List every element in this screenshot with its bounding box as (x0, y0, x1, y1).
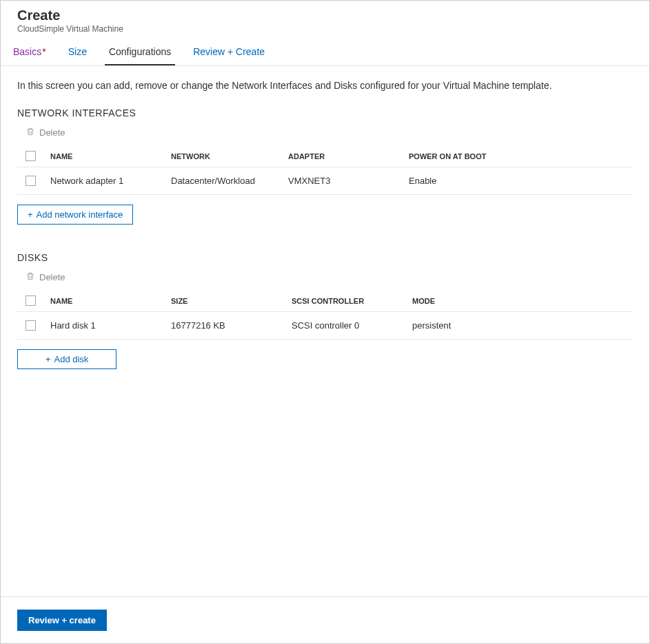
plus-icon: + (45, 354, 51, 364)
disks-select-all-checkbox[interactable] (26, 295, 36, 306)
review-create-button[interactable]: Review + create (17, 610, 107, 631)
network-table: NAME NETWORK ADAPTER POWER ON AT BOOT Ne… (17, 145, 633, 195)
network-delete-label: Delete (39, 127, 65, 138)
tab-size[interactable]: Size (64, 39, 91, 65)
page-subtitle: CloudSimple Virtual Machine (17, 24, 633, 34)
disks-table-header: NAME SIZE SCSI CONTROLLER MODE (17, 290, 633, 312)
disks-col-name: NAME (50, 297, 171, 305)
disks-heading: DISKS (17, 252, 633, 263)
disks-delete-label: Delete (39, 272, 65, 282)
create-vm-window: Create CloudSimple Virtual Machine Basic… (0, 0, 650, 644)
disks-row-scsi: SCSI controller 0 (292, 320, 412, 331)
disks-row-size: 16777216 KB (171, 320, 292, 331)
network-col-adapter: ADAPTER (288, 152, 409, 160)
add-disk-label: Add disk (54, 354, 89, 364)
network-row-network: Datacenter/Workload (171, 176, 288, 186)
network-col-name: NAME (50, 152, 171, 160)
trash-icon (26, 271, 35, 283)
network-table-header: NAME NETWORK ADAPTER POWER ON AT BOOT (17, 145, 633, 167)
network-select-all-checkbox[interactable] (26, 151, 36, 161)
tab-basics-label: Basics (13, 46, 41, 57)
network-delete-button[interactable]: Delete (26, 127, 633, 138)
disks-table: NAME SIZE SCSI CONTROLLER MODE Hard disk… (17, 290, 633, 340)
network-row-power: Enable (409, 176, 633, 186)
disks-row-checkbox[interactable] (26, 320, 36, 331)
network-row-name: Network adapter 1 (50, 176, 171, 186)
plus-icon: + (28, 209, 33, 220)
content-area: In this screen you can add, remove or ch… (1, 66, 649, 596)
disks-row-mode: persistent (412, 320, 633, 331)
disks-col-scsi: SCSI CONTROLLER (292, 297, 412, 305)
network-heading: NETWORK INTERFACES (17, 107, 633, 118)
network-col-power: POWER ON AT BOOT (409, 152, 633, 160)
tab-configurations[interactable]: Configurations (105, 39, 175, 65)
tab-review[interactable]: Review + Create (189, 39, 269, 65)
footer: Review + create (1, 596, 649, 643)
add-disk-button[interactable]: + Add disk (17, 349, 116, 369)
header: Create CloudSimple Virtual Machine (1, 1, 649, 39)
disks-delete-button[interactable]: Delete (26, 271, 633, 283)
tab-bar: Basics* Size Configurations Review + Cre… (1, 39, 649, 66)
network-row-adapter: VMXNET3 (288, 176, 409, 186)
network-table-row[interactable]: Network adapter 1 Datacenter/Workload VM… (17, 167, 633, 195)
page-title: Create (17, 8, 633, 23)
disks-row-name: Hard disk 1 (50, 320, 171, 331)
disks-col-size: SIZE (171, 297, 292, 305)
intro-text: In this screen you can add, remove or ch… (17, 80, 633, 91)
add-network-interface-button[interactable]: + Add network interface (17, 205, 133, 225)
tab-basics[interactable]: Basics* (9, 39, 50, 65)
disks-col-mode: MODE (412, 297, 633, 305)
network-row-checkbox[interactable] (26, 176, 36, 186)
network-col-network: NETWORK (171, 152, 288, 160)
add-network-label: Add network interface (37, 209, 123, 220)
trash-icon (26, 127, 35, 138)
disks-table-row[interactable]: Hard disk 1 16777216 KB SCSI controller … (17, 312, 633, 340)
required-marker: * (42, 46, 45, 57)
